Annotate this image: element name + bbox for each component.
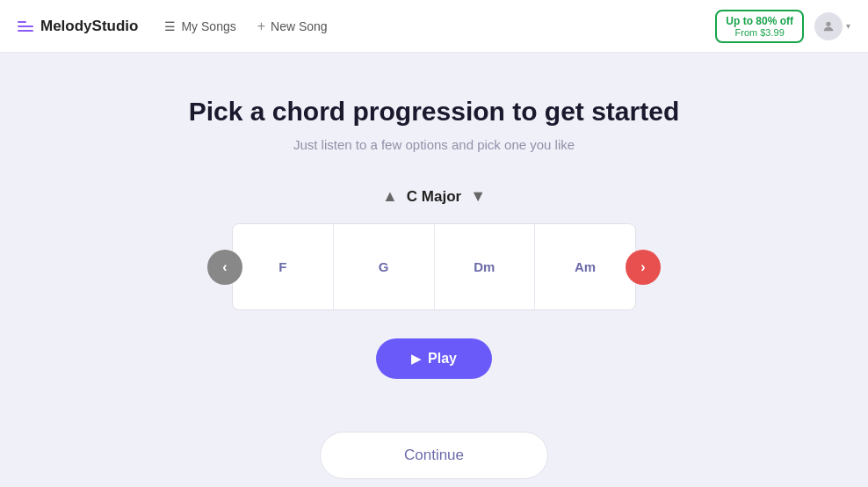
promo-bottom-text: From $3.99 [726,27,793,38]
chord-card-dm[interactable]: Dm [435,224,536,309]
key-selector: ▲ C Major ▼ [382,187,486,206]
logo-text: MelodyStudio [40,18,138,35]
chord-label-dm: Dm [474,259,495,274]
user-icon [821,19,835,33]
play-icon: ▶ [411,352,421,366]
my-songs-label: My Songs [181,19,235,33]
new-song-label: New Song [271,19,328,33]
new-song-link[interactable]: + New Song [257,18,328,34]
hamburger-icon [18,21,33,32]
navbar: MelodyStudio ☰ My Songs + New Song Up to… [0,0,868,53]
next-chord-button[interactable]: › [626,250,661,285]
svg-point-0 [826,21,830,25]
chord-cards: F G Dm Am [232,223,636,310]
chord-card-am[interactable]: Am [535,224,635,309]
chord-label-g: G [379,259,389,274]
key-down-arrow[interactable]: ▼ [470,187,486,206]
page-title: Pick a chord progression to get started [189,97,679,127]
my-songs-link[interactable]: ☰ My Songs [164,19,235,33]
chord-label-am: Am [575,259,596,274]
list-icon: ☰ [164,19,176,33]
play-button[interactable]: ▶ Play [376,338,492,379]
continue-button[interactable]: Continue [320,432,548,479]
chord-label-f: F [278,259,286,274]
promo-badge[interactable]: Up to 80% off From $3.99 [715,10,804,43]
main-content: Pick a chord progression to get started … [0,53,868,487]
chevron-down-icon: ▾ [846,21,850,31]
page-subtitle: Just listen to a few options and pick on… [293,137,575,152]
chord-area: ‹ F G Dm Am › [207,223,661,310]
avatar [814,12,843,40]
plus-icon: + [257,18,265,34]
key-name: C Major [407,188,461,206]
avatar-button[interactable]: ▾ [814,12,850,40]
prev-chord-button[interactable]: ‹ [207,250,242,285]
play-label: Play [428,351,457,367]
continue-label: Continue [404,447,464,463]
chord-card-f[interactable]: F [233,224,334,309]
logo[interactable]: MelodyStudio [18,18,138,35]
key-up-arrow[interactable]: ▲ [382,187,398,206]
nav-links: ☰ My Songs + New Song [164,18,715,34]
chord-card-g[interactable]: G [334,224,435,309]
nav-right: Up to 80% off From $3.99 ▾ [715,10,850,43]
promo-top-text: Up to 80% off [726,15,793,27]
